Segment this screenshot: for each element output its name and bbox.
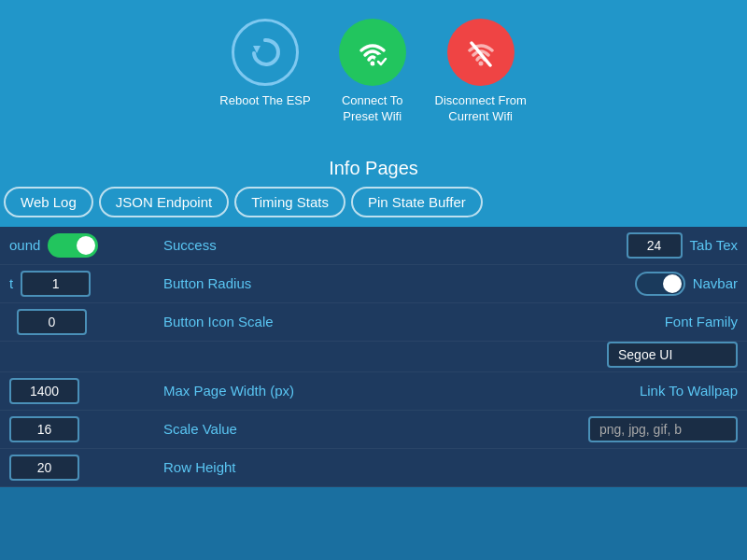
navbar-label: Navbar <box>693 275 738 291</box>
row-left-3 <box>9 309 163 335</box>
row-middle-4: Max Page Width (px) <box>163 383 532 399</box>
row-right-3: Font Family <box>532 314 738 329</box>
reboot-button[interactable]: Reboot The ESP <box>219 19 310 109</box>
table-row <box>0 342 747 372</box>
toggle-knob-2 <box>663 274 682 293</box>
row-middle-1: Success <box>163 237 532 253</box>
navbar-toggle[interactable] <box>635 272 685 296</box>
tab-web-log[interactable]: Web Log <box>4 187 93 217</box>
disconnect-wifi-label: Disconnect From Current Wifi <box>434 93 528 125</box>
success-label: Success <box>163 237 217 253</box>
section-title: Info Pages <box>0 147 747 187</box>
svg-point-1 <box>370 62 374 66</box>
button-radius-label: Button Radius <box>163 275 251 291</box>
connect-wifi-label: Connect ToPreset Wifi <box>342 93 403 125</box>
row-left-1: ound <box>9 233 163 258</box>
table-row: Max Page Width (px) Link To Wallpap <box>0 372 747 411</box>
table-row: t Button Radius Navbar <box>0 265 747 303</box>
scale-value-label: Scale Value <box>163 421 237 437</box>
table-row: Scale Value <box>0 411 747 449</box>
link-wallpaper-input[interactable] <box>588 416 738 442</box>
font-family-label: Font Family <box>665 314 738 329</box>
success-toggle[interactable] <box>48 233 98 258</box>
action-buttons: Reboot The ESP Connect ToPreset Wifi <box>0 19 747 125</box>
table-row: ound Success Tab Tex <box>0 227 747 265</box>
row-height-label: Row Height <box>163 459 236 475</box>
row-right-1: Tab Tex <box>532 232 738 259</box>
table-row: Row Height <box>0 449 747 487</box>
tab-text-input[interactable] <box>627 232 683 259</box>
disconnect-wifi-icon-circle[interactable] <box>447 19 514 86</box>
svg-point-3 <box>478 62 483 66</box>
scale-value-input[interactable] <box>9 416 79 442</box>
row-right-5 <box>532 416 738 442</box>
wifi-disconnect-icon <box>462 34 500 71</box>
row-left-6 <box>9 455 163 481</box>
row-label-t: t <box>9 275 13 291</box>
row-left-5 <box>9 416 163 442</box>
reboot-label: Reboot The ESP <box>219 93 310 109</box>
row-middle-6: Row Height <box>163 459 532 475</box>
tab-bar: Web Log JSON Endpoint Timing Stats Pin S… <box>0 187 747 227</box>
connect-wifi-icon-circle[interactable] <box>339 19 406 86</box>
row-height-input[interactable] <box>9 455 79 481</box>
row-left-2: t <box>9 271 163 297</box>
link-wallpap-label: Link To Wallpap <box>640 383 738 399</box>
tab-text-label: Tab Tex <box>690 237 738 253</box>
row-right-2: Navbar <box>532 272 738 296</box>
row-right-3b <box>532 342 738 368</box>
row-right-4: Link To Wallpap <box>532 383 738 399</box>
top-section: Reboot The ESP Connect ToPreset Wifi <box>0 0 747 147</box>
tab-json-endpoint[interactable]: JSON Endpoint <box>99 187 229 217</box>
refresh-icon <box>247 35 283 70</box>
row-label-bound: ound <box>9 237 40 253</box>
button-radius-input[interactable] <box>21 271 91 297</box>
row-left-4 <box>9 378 163 404</box>
tab-pin-state-buffer[interactable]: Pin State Buffer <box>351 187 483 217</box>
font-family-input[interactable] <box>607 342 738 368</box>
max-page-width-input[interactable] <box>9 378 79 404</box>
row-middle-2: Button Radius <box>163 275 532 291</box>
toggle-knob <box>77 236 95 255</box>
button-icon-scale-label: Button Icon Scale <box>163 314 274 329</box>
row-middle-3: Button Icon Scale <box>163 314 532 329</box>
connect-wifi-button[interactable]: Connect ToPreset Wifi <box>339 19 406 125</box>
row-middle-5: Scale Value <box>163 421 532 437</box>
table-row: Button Icon Scale Font Family <box>0 303 747 342</box>
button-icon-scale-input[interactable] <box>17 309 87 335</box>
tab-timing-stats[interactable]: Timing Stats <box>234 187 345 217</box>
max-page-width-label: Max Page Width (px) <box>163 383 294 399</box>
content-rows: ound Success Tab Tex t Button Radius Nav… <box>0 227 747 487</box>
wifi-connect-icon <box>354 34 391 71</box>
disconnect-wifi-button[interactable]: Disconnect From Current Wifi <box>434 19 528 125</box>
reboot-icon-circle[interactable] <box>232 19 299 86</box>
